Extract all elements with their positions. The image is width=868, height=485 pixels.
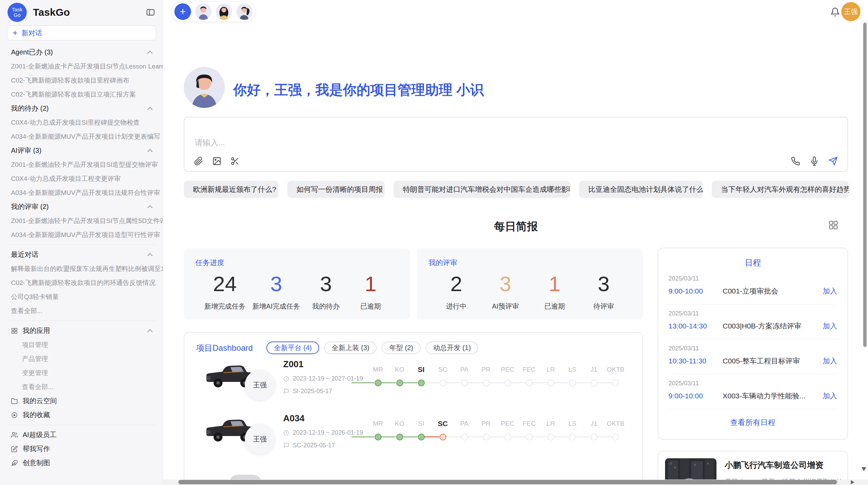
sidebar-item[interactable]: C0X4-动力总成开发项目工程变更评审 [0, 172, 163, 186]
microphone-icon[interactable] [810, 157, 819, 166]
sidebar-section-header[interactable]: AI评审 (3) [0, 144, 163, 158]
briefing-title: 每日简报 [184, 219, 848, 234]
send-icon[interactable] [829, 157, 838, 166]
app-item[interactable]: 项目管理 [0, 338, 163, 352]
paperclip-icon[interactable] [194, 157, 203, 166]
sidebar-collapse-icon[interactable] [146, 8, 155, 17]
suggestion-chip[interactable]: 特朗普可能对进口汽车增税会对中国车企造成哪些影响 [394, 181, 570, 198]
project-row[interactable]: 王强 A034 2023-12-19 ~ 2026-01-19 SC-2025-… [184, 408, 642, 462]
sidebar-item-writing[interactable]: 帮我写作 [0, 442, 163, 456]
view-all-schedule-link[interactable]: 查看所有日程 [658, 418, 847, 428]
member-avatar-2[interactable] [216, 3, 232, 20]
chat-input[interactable] [195, 138, 538, 147]
user-avatar[interactable]: 王强 [841, 2, 860, 21]
section-title: Agent已办 (3) [11, 45, 53, 59]
add-conversation-button[interactable]: + [174, 3, 191, 20]
milestone: OKTB [605, 364, 626, 396]
new-chat-button[interactable]: + 新对话 [7, 25, 156, 40]
app-item[interactable]: 变更管理 [0, 366, 163, 380]
sidebar-section-header[interactable]: Agent已办 (3) [0, 45, 163, 59]
milestone-label: SI [410, 364, 432, 375]
join-meeting-link[interactable]: 加入 [823, 321, 837, 331]
greeting-text: 你好，王强，我是你的项目管理助理 小识 [233, 81, 484, 99]
join-meeting-link[interactable]: 加入 [823, 286, 837, 296]
notification-bell-icon[interactable] [830, 7, 840, 17]
sidebar-item-ai-staff[interactable]: AI超级员工 [0, 428, 163, 442]
member-avatar-1[interactable] [195, 3, 212, 20]
stat-label: 已逾期 [536, 302, 574, 311]
app-item[interactable]: 查看全部... [0, 380, 163, 394]
milestone-label: OKTB [605, 419, 626, 429]
suggestion-chip[interactable]: 比亚迪全固态电池计划具体说了什么 [579, 181, 703, 198]
sidebar-item[interactable]: A034-全新新能源MUV产品开发项目法规符合性评审 [0, 186, 163, 200]
recent-item[interactable]: C02-飞腾新能源轻客改款项目的闭环通告反馈情况 [0, 276, 163, 290]
schedule-title: 日程 [658, 257, 847, 270]
milestone-timeline: MR KO SI [367, 419, 626, 450]
apps-section-header[interactable]: 我的应用 [0, 324, 163, 338]
sidebar-item[interactable]: Z001-全新燃油皮卡产品开发项目SI节点Lesson Learn报告 [0, 59, 163, 73]
vertical-scrollbar-thumb[interactable] [863, 23, 867, 347]
project-row[interactable]: 王强 Z001 2023-12-19 ~ 2027-01-19 SI-2025-… [184, 354, 642, 408]
scroll-down-arrow[interactable] [861, 467, 866, 471]
dashboard-tab[interactable]: 年型 (2) [382, 341, 421, 354]
milestone-dot [504, 434, 511, 440]
milestone-label: SC [432, 364, 454, 375]
milestone-dot [461, 434, 468, 440]
suggestion-chip[interactable]: 欧洲新规最近颁布了什么? [184, 181, 278, 198]
stat: 3 我的待办 [307, 271, 345, 311]
plus-icon: + [13, 29, 17, 37]
image-upload-icon[interactable] [212, 157, 221, 166]
milestone: MR [367, 419, 389, 450]
stat: 24 新增完成任务 [204, 271, 245, 311]
sidebar-item[interactable]: C0X4-动力总成开发项目SI里程碑提交物检查 [0, 115, 163, 129]
milestone: KO [389, 364, 410, 396]
layout-grid-icon[interactable] [828, 220, 839, 230]
milestone-label: PEC [497, 364, 518, 375]
sidebar-item[interactable]: C02-飞腾新能源轻客改款项目里程碑画布 [0, 73, 163, 87]
new-chat-label: 新对话 [22, 28, 42, 38]
project-info: Z001 2023-12-19 ~ 2027-01-19 SI-2025-05-… [283, 359, 363, 395]
dashboard-tab[interactable]: 全新上装 (3) [324, 341, 377, 354]
sidebar-item[interactable]: A034-全新新能源MUV产品开发项目造型可行性评审 [0, 228, 163, 242]
suggestion-chip[interactable]: 当下年轻人对汽车外观有怎样的喜好趋势 [712, 181, 849, 198]
join-meeting-link[interactable]: 加入 [823, 356, 837, 366]
dashboard-tab[interactable]: 全新平台 (4) [266, 341, 319, 354]
recent-item[interactable]: 查看全部... [0, 304, 163, 318]
stat-card: 我的评审 2 进行中 3 AI预评审 1 [417, 248, 643, 320]
sidebar-item-cloud-space[interactable]: 我的云空间 [0, 394, 163, 408]
sidebar-item[interactable]: C02-飞腾新能源轻客改款项目立项汇报方案 [0, 87, 163, 101]
sidebar-section-header[interactable]: 我的待办 (2) [0, 101, 163, 115]
sidebar-item-favorites[interactable]: 我的收藏 [0, 408, 163, 422]
schedule-time: 9:00-10:00 [668, 287, 723, 295]
milestone-dot [375, 380, 382, 386]
milestone-connector [511, 436, 526, 437]
member-avatar-3[interactable] [236, 3, 253, 20]
stat-value: 24 [204, 271, 245, 297]
project-info: A034 2023-12-19 ~ 2026-01-19 SC-2025-05-… [283, 413, 363, 449]
app-title: TaskGo [33, 7, 70, 18]
apps-grid-icon [11, 327, 18, 334]
scissors-icon[interactable] [230, 157, 240, 166]
sidebar-item[interactable]: A034-全新新能源MUV产品开发项目计划变更表编写 [0, 129, 163, 144]
join-meeting-link[interactable]: 加入 [823, 391, 837, 401]
schedule-time: 13:00-14:30 [668, 322, 723, 330]
section-title: 我的待办 (2) [11, 101, 49, 115]
milestone-label: FEC [518, 364, 540, 375]
sidebar-item[interactable]: Z001-全新燃油轻卡产品开发项目SI造型提交物评审 [0, 158, 163, 172]
recent-section-header[interactable]: 最近对话 [0, 248, 163, 262]
horizontal-scrollbar-thumb[interactable] [178, 480, 837, 484]
suggestion-chip[interactable]: 如何写一份清晰的项目周报 [287, 181, 385, 198]
sidebar-item[interactable]: Z001-全新燃油轻卡产品开发项目SI节点属性5D文件评审 [0, 214, 163, 228]
scroll-right-arrow[interactable] [851, 480, 854, 484]
stat-label: 已逾期 [352, 302, 389, 311]
sidebar-item-drawing[interactable]: 创意制图 [0, 456, 163, 470]
app-item[interactable]: 产品管理 [0, 352, 163, 366]
sidebar-section-header[interactable]: 我的评审 (2) [0, 200, 163, 214]
dashboard-tab[interactable]: 动总开发 (1) [425, 341, 478, 354]
stat: 3 待评审 [585, 271, 623, 311]
clock-icon [283, 430, 289, 436]
milestone-connector [351, 382, 374, 383]
recent-item[interactable]: 解释最新出台的欧盟报废车法规再生塑料比例被调至15%... [0, 262, 163, 276]
phone-icon[interactable] [791, 157, 800, 166]
recent-item[interactable]: 公司Q3轻卡销量 [0, 290, 163, 304]
